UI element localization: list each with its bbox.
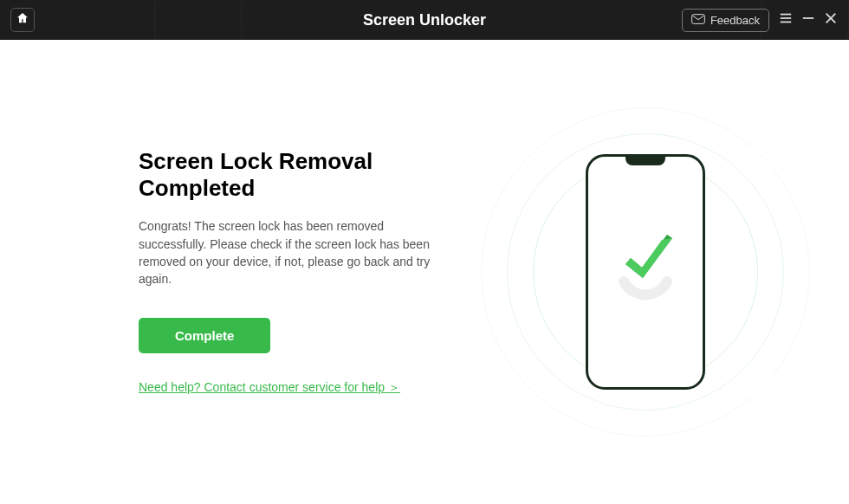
- minimize-icon: [801, 11, 815, 29]
- close-button[interactable]: [823, 12, 839, 28]
- menu-icon: [779, 11, 793, 29]
- content-left: Screen Lock Removal Completed Congrats! …: [43, 148, 485, 395]
- app-title: Screen Unlocker: [363, 11, 486, 29]
- home-icon: [16, 11, 29, 29]
- phone-notch: [625, 157, 665, 165]
- checkmark-icon: [619, 228, 683, 292]
- window-controls: [778, 12, 839, 28]
- help-link[interactable]: Need help? Contact customer service for …: [139, 380, 400, 396]
- complete-button[interactable]: Complete: [139, 318, 270, 353]
- feedback-label: Feedback: [710, 14, 760, 27]
- phone-illustration: [586, 154, 705, 390]
- close-icon: [824, 11, 838, 29]
- menu-button[interactable]: [778, 12, 794, 28]
- svg-rect-0: [692, 14, 705, 23]
- feedback-button[interactable]: Feedback: [682, 9, 769, 32]
- description-text: Congrats! The screen lock has been remov…: [139, 217, 450, 288]
- mail-icon: [691, 13, 705, 28]
- home-button[interactable]: [10, 8, 35, 32]
- main-content: Screen Lock Removal Completed Congrats! …: [0, 40, 849, 504]
- titlebar: Screen Unlocker Feedback: [0, 0, 849, 40]
- minimize-button[interactable]: [800, 12, 816, 28]
- success-graphic: [606, 233, 684, 311]
- page-title: Screen Lock Removal Completed: [139, 148, 450, 202]
- content-right: [485, 154, 806, 390]
- titlebar-right: Feedback: [682, 9, 839, 32]
